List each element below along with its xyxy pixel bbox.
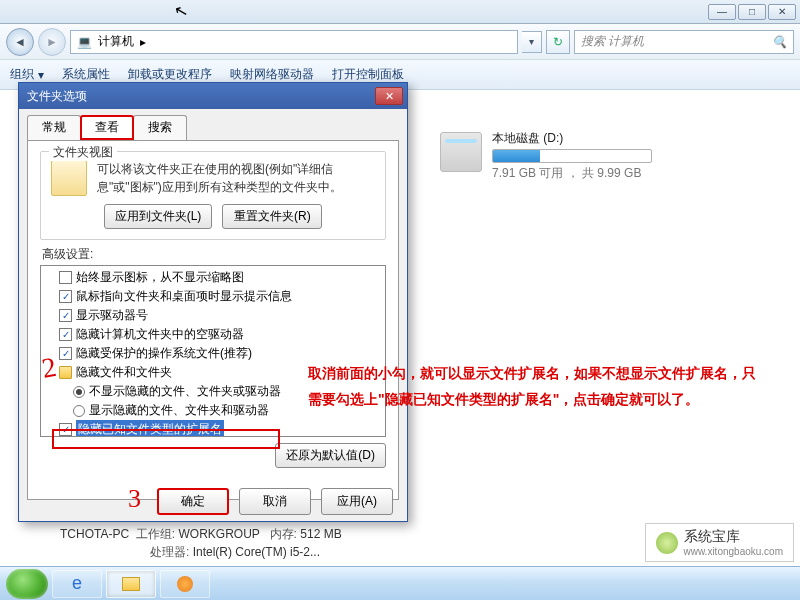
search-placeholder: 搜索 计算机 [581,33,644,50]
taskbar[interactable]: e [0,566,800,600]
restore-defaults-button[interactable]: 还原为默认值(D) [275,443,386,468]
radio-icon[interactable] [73,405,85,417]
tree-item[interactable]: 隐藏已知文件类型的扩展名 [59,420,381,437]
window-titlebar: — □ ✕ [0,0,800,24]
taskbar-explorer-button[interactable] [106,570,156,598]
tree-item[interactable]: 显示驱动器号 [59,306,381,325]
folder-view-icon [51,160,87,196]
tree-item-label: 鼠标指向文件夹和桌面项时显示提示信息 [76,287,292,306]
taskbar-media-button[interactable] [160,570,210,598]
watermark-icon [656,532,678,554]
checkbox-icon[interactable] [59,423,72,436]
ok-button[interactable]: 确定 [157,488,229,515]
start-button[interactable] [6,569,48,599]
dialog-tabs: 常规 查看 搜索 [27,115,407,140]
hard-drive-icon [440,132,482,172]
breadcrumb-segment[interactable]: 计算机 [98,33,134,50]
drive-name: 本地磁盘 (D:) [492,130,652,147]
checkbox-icon[interactable] [59,328,72,341]
system-properties-button[interactable]: 系统属性 [62,66,110,83]
tree-item[interactable]: 隐藏计算机文件夹中的空驱动器 [59,325,381,344]
taskbar-ie-button[interactable]: e [52,570,102,598]
chevron-right-icon[interactable]: ▸ [140,35,146,49]
watermark-url: www.xitongbaoku.com [684,546,784,557]
system-info: TCHOTA-PC 工作组: WORKGROUP 内存: 512 MB 处理器:… [60,525,342,561]
annotation-text: 取消前面的小勾，就可以显示文件扩展名，如果不想显示文件扩展名，只需要勾选上"隐藏… [308,360,764,412]
uninstall-programs-button[interactable]: 卸载或更改程序 [128,66,212,83]
drive-item[interactable]: 本地磁盘 (D:) 7.91 GB 可用 ， 共 9.99 GB [440,130,652,182]
advanced-settings-label: 高级设置: [42,246,398,263]
tab-search[interactable]: 搜索 [133,115,187,140]
folder-icon[interactable] [59,366,72,379]
organize-menu[interactable]: 组织▾ [10,66,44,83]
media-icon [177,576,193,592]
tree-item[interactable]: 鼠标指向文件夹和桌面项时显示提示信息 [59,287,381,306]
tree-item-label: 隐藏受保护的操作系统文件(推荐) [76,344,252,363]
cancel-button[interactable]: 取消 [239,488,311,515]
forward-button[interactable]: ► [38,28,66,56]
address-bar[interactable]: 💻 计算机 ▸ [70,30,518,54]
search-input[interactable]: 搜索 计算机 🔍 [574,30,794,54]
tree-item-label: 始终显示图标，从不显示缩略图 [76,268,244,287]
apply-to-folders-button[interactable]: 应用到文件夹(L) [104,204,213,229]
map-network-drive-button[interactable]: 映射网络驱动器 [230,66,314,83]
apply-button[interactable]: 应用(A) [321,488,393,515]
tree-item-label: 显示隐藏的文件、文件夹和驱动器 [89,401,269,420]
dialog-close-button[interactable]: ✕ [375,87,403,105]
folder-icon [122,577,140,591]
group-title: 文件夹视图 [49,144,117,161]
watermark-name: 系统宝库 [684,528,784,546]
tree-item-label: 不显示隐藏的文件、文件夹或驱动器 [89,382,281,401]
window-close-button[interactable]: ✕ [768,4,796,20]
folder-options-dialog: 文件夹选项 ✕ 常规 查看 搜索 文件夹视图 可以将该文件夹正在使用的视图(例如… [18,82,408,522]
tree-item[interactable]: 始终显示图标，从不显示缩略图 [59,268,381,287]
minimize-button[interactable]: — [708,4,736,20]
dialog-titlebar[interactable]: 文件夹选项 ✕ [19,83,407,109]
radio-icon[interactable] [73,386,85,398]
capacity-text: 7.91 GB 可用 ， 共 9.99 GB [492,165,652,182]
checkbox-icon[interactable] [59,309,72,322]
tree-item-label: 隐藏计算机文件夹中的空驱动器 [76,325,244,344]
maximize-button[interactable]: □ [738,4,766,20]
computer-icon: 💻 [77,35,92,49]
ie-icon: e [72,573,82,594]
annotation-arrow-2: 3 [128,484,141,514]
reset-folders-button[interactable]: 重置文件夹(R) [222,204,322,229]
tree-item-label: 显示驱动器号 [76,306,148,325]
dialog-title: 文件夹选项 [27,88,87,105]
address-dropdown[interactable]: ▾ [522,31,542,53]
open-control-panel-button[interactable]: 打开控制面板 [332,66,404,83]
checkbox-icon[interactable] [59,271,72,284]
refresh-button[interactable]: ↻ [546,30,570,54]
navigation-bar: ◄ ► 💻 计算机 ▸ ▾ ↻ 搜索 计算机 🔍 [0,24,800,60]
tab-panel-view: 文件夹视图 可以将该文件夹正在使用的视图(例如"详细信息"或"图标")应用到所有… [27,140,399,500]
tree-item-label: 隐藏已知文件类型的扩展名 [76,420,224,437]
back-button[interactable]: ◄ [6,28,34,56]
tab-view[interactable]: 查看 [80,115,134,140]
folder-view-group: 文件夹视图 可以将该文件夹正在使用的视图(例如"详细信息"或"图标")应用到所有… [40,151,386,240]
tree-item-label: 隐藏文件和文件夹 [76,363,172,382]
tab-general[interactable]: 常规 [27,115,81,140]
dialog-footer: 确定 取消 应用(A) [19,488,407,515]
capacity-bar [492,149,652,163]
watermark: 系统宝库 www.xitongbaoku.com [645,523,795,562]
group-description: 可以将该文件夹正在使用的视图(例如"详细信息"或"图标")应用到所有这种类型的文… [97,160,375,196]
search-icon: 🔍 [772,35,787,49]
checkbox-icon[interactable] [59,347,72,360]
checkbox-icon[interactable] [59,290,72,303]
